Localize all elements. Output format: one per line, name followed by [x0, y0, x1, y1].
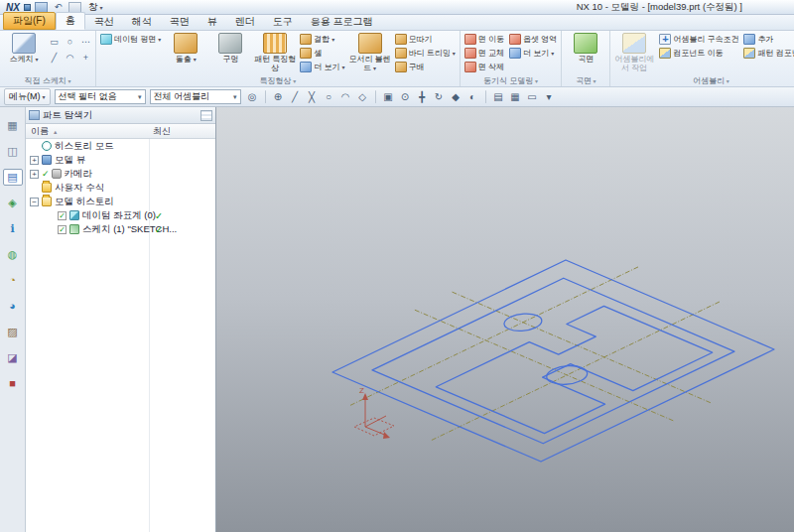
toolbar-separator[interactable]: [485, 90, 486, 103]
more-sketch-tools-icon[interactable]: ⋯: [78, 34, 93, 49]
snap-arc-icon[interactable]: ◠: [338, 89, 353, 104]
part-navigator-icon[interactable]: ▤: [3, 169, 23, 186]
tab-analysis[interactable]: 해석: [123, 14, 161, 30]
tab-view[interactable]: 뷰: [198, 14, 226, 30]
plate-inner-boundary[interactable]: [372, 278, 734, 443]
column-status[interactable]: 최신: [153, 125, 171, 138]
tree-row[interactable]: ✓ 스케치 (1) "SKETCH... ✓: [26, 222, 215, 236]
arc-tool-icon[interactable]: ◠: [63, 50, 77, 65]
shell-button[interactable]: 셸: [298, 46, 346, 60]
undo-button[interactable]: ↶: [52, 2, 65, 13]
magnifier-icon[interactable]: ◎: [245, 89, 260, 104]
constraint-navigator-icon[interactable]: ◫: [3, 143, 23, 160]
tab-tools[interactable]: 도구: [264, 14, 302, 30]
sketch-button[interactable]: 스케치: [2, 32, 46, 75]
snap-intersection-icon[interactable]: ╳: [305, 89, 320, 104]
menu-button[interactable]: 메뉴(M): [4, 88, 51, 105]
fit-view-icon[interactable]: ▣: [381, 89, 396, 104]
rotate-view-icon[interactable]: ↻: [432, 89, 447, 104]
add-component-button[interactable]: 추가: [741, 32, 794, 46]
tree-row[interactable]: + 모델 뷰: [26, 153, 215, 167]
process-studio-icon[interactable]: ◕: [3, 298, 23, 315]
tree-expander[interactable]: +: [30, 170, 39, 179]
replace-face-button[interactable]: 면 교체: [463, 46, 506, 60]
snap-midpoint-icon[interactable]: ◇: [355, 89, 370, 104]
add-sketch-tool-icon[interactable]: +: [78, 50, 93, 65]
more-tools-icon[interactable]: ▾: [542, 89, 557, 104]
move-component-button[interactable]: 컴포넌트 이동: [657, 46, 740, 60]
save-button[interactable]: [35, 2, 48, 13]
tree-expander[interactable]: +: [30, 156, 39, 165]
tab-surface[interactable]: 곡면: [161, 14, 198, 30]
assembly-navigator-icon[interactable]: ▦: [3, 117, 23, 134]
window-menu-button[interactable]: 창: [85, 1, 106, 14]
plate-outer-boundary[interactable]: [332, 260, 774, 462]
graphics-viewport[interactable]: Z: [216, 107, 794, 532]
tab-render[interactable]: 렌더: [226, 14, 264, 30]
toolbar-separator[interactable]: [265, 90, 266, 103]
tree-row[interactable]: ✓ 데이텀 좌표계 (0) ✓: [26, 208, 215, 222]
feature-checkbox[interactable]: ✓: [58, 211, 66, 220]
work-in-assembly-button[interactable]: 어셈블리에서 작업: [612, 32, 656, 75]
tab-file[interactable]: 파일(F): [3, 12, 56, 30]
tree-row[interactable]: − 모델 히스토리: [26, 195, 215, 208]
tab-home[interactable]: 홈: [56, 12, 85, 30]
system-materials-icon[interactable]: ■: [3, 375, 23, 392]
manufacturing-wizard-icon[interactable]: ▨: [3, 324, 23, 340]
hd3d-tools-icon[interactable]: ℹ: [3, 220, 23, 237]
tab-application[interactable]: 응용 프로그램: [302, 14, 382, 30]
snap-point-icon[interactable]: ⊕: [271, 89, 286, 104]
draft-button[interactable]: 구배: [393, 60, 458, 73]
snap-center-icon[interactable]: ○: [322, 89, 336, 104]
chamfer-button[interactable]: 모따기: [393, 32, 458, 46]
column-name[interactable]: 이름: [26, 125, 58, 138]
web-browser-icon[interactable]: ◍: [3, 246, 23, 263]
grid-icon[interactable]: ▦: [508, 89, 523, 104]
more-sync-button[interactable]: 더 보기: [507, 46, 559, 60]
zoom-icon[interactable]: ⊙: [398, 89, 413, 104]
delete-face-button[interactable]: 면 삭제: [463, 60, 506, 73]
move-face-button[interactable]: 면 이동: [463, 32, 506, 46]
shaded-view-icon[interactable]: ◆: [449, 89, 463, 104]
pan-icon[interactable]: ╋: [415, 89, 430, 104]
window-cascade-button[interactable]: [68, 2, 81, 13]
hole-button[interactable]: 구멍: [208, 32, 252, 75]
add-component-icon: [743, 34, 755, 45]
pattern-feature-button[interactable]: 패턴 특징형상: [253, 32, 297, 75]
snap-endpoint-icon[interactable]: ╱: [288, 89, 303, 104]
maze-profile[interactable]: [436, 306, 712, 433]
line-tool-icon[interactable]: ╱: [47, 50, 62, 65]
history-icon[interactable]: ◔: [3, 272, 23, 289]
sketch-canvas[interactable]: Z: [216, 107, 794, 532]
tree-row[interactable]: 히스토리 모드: [26, 139, 215, 153]
tree-row[interactable]: + ✓ 카메라: [26, 167, 215, 181]
tree-expander[interactable]: −: [30, 198, 39, 206]
wireframe-view-icon[interactable]: ◐: [465, 89, 480, 104]
trim-body-button[interactable]: 바디 트리밍: [393, 46, 458, 60]
pattern-component-button[interactable]: 패턴 컴포넌트: [741, 46, 794, 60]
offset-region-button[interactable]: 옵셋 영역: [507, 32, 559, 46]
profile-tool-icon[interactable]: ▭: [47, 34, 62, 49]
selection-filter-select[interactable]: 선택 필터 없음: [55, 89, 146, 104]
assembly-constraints-button[interactable]: 어셈블리 구속조건: [657, 32, 740, 46]
extrude-button[interactable]: 돌출: [164, 32, 207, 75]
roles-icon[interactable]: ◪: [3, 349, 23, 366]
sketch-curves[interactable]: [332, 260, 774, 462]
panel-detach-icon[interactable]: [200, 110, 212, 121]
tree-item-icon: [42, 141, 52, 151]
more-feature-button[interactable]: 더 보기: [298, 60, 346, 73]
unite-icon: [300, 34, 312, 45]
toolbar-separator[interactable]: [375, 90, 376, 103]
datum-plane-button[interactable]: 데이텀 평면: [98, 32, 163, 46]
tree-row[interactable]: 사용자 수식: [26, 181, 215, 195]
layer-settings-icon[interactable]: ▤: [491, 89, 506, 104]
feature-checkbox[interactable]: ✓: [58, 225, 66, 234]
circle-tool-icon[interactable]: ○: [63, 34, 77, 49]
surface-button[interactable]: 곡면: [564, 32, 607, 75]
unite-button[interactable]: 결합: [298, 32, 346, 46]
tab-curve[interactable]: 곡선: [85, 14, 123, 30]
selection-scope-select[interactable]: 전체 어셈블리: [150, 89, 241, 104]
reuse-library-icon[interactable]: ◈: [3, 195, 23, 211]
edge-blend-button[interactable]: 모서리 블렌드: [348, 32, 392, 75]
window-mode-icon[interactable]: ▭: [525, 89, 540, 104]
